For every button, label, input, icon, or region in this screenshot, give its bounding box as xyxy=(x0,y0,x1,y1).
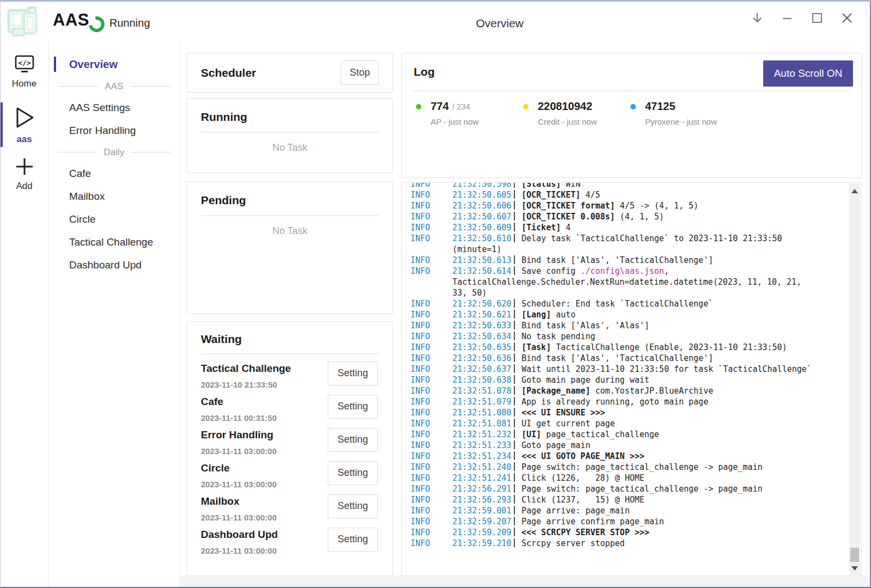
log-separator xyxy=(514,430,515,438)
log-scrollbar[interactable] xyxy=(849,183,860,575)
log-stat: 774/ 234AP - just now xyxy=(416,100,523,126)
log-timestamp: 21:32:50.633 xyxy=(452,320,513,331)
nav-group-label: Daily xyxy=(104,147,125,158)
log-message: [Ticket] 4 xyxy=(522,223,571,232)
log-level: INFO xyxy=(410,462,452,473)
nav-group-divider: Daily xyxy=(49,142,179,162)
log-lines: INFO21:32:50.598[Status] WININFO21:32:50… xyxy=(402,182,861,549)
stat-dot-icon xyxy=(416,104,421,109)
stat-dot-icon xyxy=(630,104,636,109)
log-timestamp: 21:32:50.606 xyxy=(452,200,513,211)
stop-button[interactable]: Stop xyxy=(341,60,379,85)
nav-item-aas-settings[interactable]: AAS Settings xyxy=(49,96,179,119)
log-message: Goto page_main xyxy=(522,440,590,450)
log-separator xyxy=(514,182,515,188)
log-line: INFO21:32:51.240Page switch: page_tactic… xyxy=(410,462,861,473)
nav-item-dashboard-upd[interactable]: Dashboard Upd xyxy=(49,254,179,277)
minimize-icon[interactable] xyxy=(781,11,794,24)
plus-icon xyxy=(15,157,34,176)
content-area: Scheduler Stop Running No Task Pending N… xyxy=(180,41,871,588)
log-line: INFO21:32:50.634No task pending xyxy=(410,331,861,342)
log-timestamp: 21:32:59.001 xyxy=(452,505,513,516)
log-timestamp: 21:32:50.613 xyxy=(452,255,513,266)
log-separator xyxy=(514,528,515,536)
log-timestamp: 21:32:50.636 xyxy=(452,353,513,364)
scrollbar-thumb[interactable] xyxy=(850,548,859,562)
setting-button[interactable]: Setting xyxy=(328,395,378,419)
log-timestamp: 21:32:51.233 xyxy=(452,440,513,451)
log-level: INFO xyxy=(410,375,452,385)
log-separator xyxy=(514,451,515,460)
log-line: INFO21:32:50.633Bind task ['Alas', 'Alas… xyxy=(410,320,861,331)
log-message: [UI] page_tactical_challenge xyxy=(522,430,659,439)
log-level: INFO xyxy=(410,396,452,407)
log-level: INFO xyxy=(410,233,452,244)
setting-button[interactable]: Setting xyxy=(328,528,378,552)
app-name: AAS xyxy=(53,10,89,30)
nav-item-cafe[interactable]: Cafe xyxy=(49,162,179,185)
log-separator xyxy=(514,419,515,427)
rail-item-add[interactable]: Add xyxy=(0,157,48,192)
log-message: <<< UI ENSURE >>> xyxy=(522,408,605,418)
auto-scroll-button[interactable]: Auto Scroll ON xyxy=(763,60,853,87)
log-line: INFO21:32:50.605[OCR_TICKET] 4/5 xyxy=(410,189,861,200)
log-line: INFO21:32:50.606[OCR_TICKET format] 4/5 … xyxy=(410,200,861,211)
log-level: INFO xyxy=(410,451,452,462)
download-arrow-icon[interactable] xyxy=(751,11,764,24)
log-level: INFO xyxy=(410,320,452,331)
log-separator xyxy=(514,506,515,514)
log-message: Scheduler: End task `TacticalChallenge` xyxy=(522,299,713,309)
log-separator xyxy=(514,473,515,482)
nav-item-circle[interactable]: Circle xyxy=(49,208,179,231)
log-header-divider xyxy=(413,90,850,91)
log-level: INFO xyxy=(410,182,452,189)
stat-value-row: 220810942 xyxy=(523,100,630,113)
setting-button[interactable]: Setting xyxy=(328,362,378,385)
nav-item-mailbox[interactable]: Mailbox xyxy=(49,185,179,208)
log-line: INFO21:32:50.620Scheduler: End task `Tac… xyxy=(410,298,861,309)
nav-item-error-handling[interactable]: Error Handling xyxy=(49,119,179,142)
stat-value-row: 47125 xyxy=(630,100,738,113)
log-separator xyxy=(514,353,515,362)
log-message: Bind task ['Alas', 'Alas'] xyxy=(522,321,649,330)
nav-item-tactical-challenge[interactable]: Tactical Challenge xyxy=(49,231,179,254)
log-message: Page arrive: page_main xyxy=(522,506,630,516)
log-timestamp: 21:32:51.232 xyxy=(452,429,513,440)
log-level: INFO xyxy=(410,516,452,527)
log-level: INFO xyxy=(410,505,452,516)
setting-button[interactable]: Setting xyxy=(328,428,378,452)
log-message: <<< UI GOTO PAGE_MAIN >>> xyxy=(522,451,645,461)
log-stats: 774/ 234AP - just now220810942Credit - j… xyxy=(416,100,738,126)
stat-label: AP - just now xyxy=(431,117,523,126)
rail-item-aas[interactable]: aas xyxy=(0,102,48,147)
nav-item-overview[interactable]: Overview xyxy=(49,52,179,76)
log-output-card[interactable]: INFO21:32:50.598[Status] WININFO21:32:50… xyxy=(401,182,862,576)
log-message: [Status] WIN xyxy=(522,182,580,189)
log-message: Page arrive confirm page_main xyxy=(522,517,664,526)
log-line: INFO21:32:51.232[UI] page_tactical_chall… xyxy=(410,429,861,440)
log-level: INFO xyxy=(410,211,452,222)
log-title: Log xyxy=(414,65,434,78)
waiting-item: Dashboard Upd2023-11-11 03:00:00Setting xyxy=(201,523,379,556)
pending-divider xyxy=(201,215,379,216)
close-icon[interactable] xyxy=(841,11,854,24)
maximize-icon[interactable] xyxy=(811,11,824,24)
log-separator xyxy=(514,190,515,199)
log-separator xyxy=(514,310,515,318)
log-level: INFO xyxy=(410,385,452,396)
waiting-item: Tactical Challenge2023-11-10 21:33:50Set… xyxy=(201,357,379,390)
log-separator xyxy=(514,462,515,471)
stat-value: 220810942 xyxy=(538,100,592,113)
log-message: 33, 50) xyxy=(452,288,487,298)
scroll-down-arrow-icon[interactable] xyxy=(851,566,858,571)
log-timestamp: 21:32:56.291 xyxy=(452,483,513,494)
setting-button[interactable]: Setting xyxy=(328,461,378,485)
log-message: No task pending xyxy=(522,332,595,341)
scroll-up-arrow-icon[interactable] xyxy=(851,189,858,193)
log-level: INFO xyxy=(410,255,452,266)
horizontal-scrollbar[interactable] xyxy=(180,575,870,587)
log-separator xyxy=(514,440,515,449)
rail-item-home[interactable]: </> Home xyxy=(0,54,48,89)
log-line: INFO21:32:59.207Page arrive confirm page… xyxy=(410,516,861,527)
setting-button[interactable]: Setting xyxy=(328,494,378,518)
